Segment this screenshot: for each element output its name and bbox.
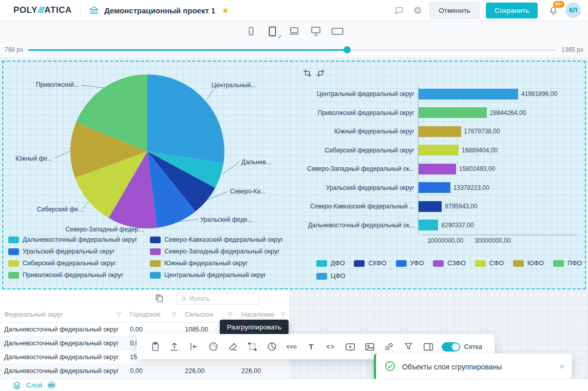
copy-icon[interactable] [154, 293, 166, 304]
layers-icon[interactable] [12, 381, 22, 390]
grid-toggle-group: Сетка [442, 342, 482, 351]
legend-item[interactable]: Дальневосточный федеральный округ [8, 236, 150, 243]
ungroup-icon[interactable] [246, 341, 259, 353]
search-input[interactable] [189, 295, 256, 302]
favorite-star-icon[interactable]: ★ [221, 5, 229, 16]
filter-funnel-icon[interactable] [280, 311, 286, 317]
chat-icon[interactable] [392, 4, 406, 17]
upload-icon[interactable] [168, 341, 181, 353]
save-button[interactable]: Сохранить [486, 3, 538, 18]
bar-row: Дальневосточный федеральный ок...8290337… [300, 216, 583, 235]
bar-row: Северо-Кавказский федеральный ...9795943… [300, 197, 583, 216]
gear-icon[interactable]: ⚙ [411, 4, 424, 17]
notification-badge: 99+ [553, 1, 564, 8]
column-header[interactable]: Городское [126, 307, 181, 322]
legend-item[interactable]: Приволжский федеральный округ [8, 271, 150, 279]
video-icon[interactable] [344, 341, 356, 353]
bar[interactable] [419, 89, 518, 100]
palette-icon[interactable] [207, 341, 220, 353]
legend-item[interactable]: Южный федеральный округ [150, 260, 283, 267]
device-widescreen-icon[interactable] [331, 25, 344, 38]
bar-row: Южный федеральный округ17879738,00 [300, 122, 583, 141]
canvas-selection[interactable]: Центральный... Дальнев... Северо-Ка... У… [2, 61, 586, 289]
column-header[interactable]: Федеральный округ [0, 307, 126, 322]
legend-item[interactable]: Северо-Кавказский федеральный округ [150, 236, 283, 243]
bell-icon[interactable]: 99+ [546, 3, 560, 17]
table-toolbar [0, 290, 290, 307]
pie-callout-label: Центральный... [212, 82, 256, 89]
top-bar: POLY///ATICA Демонстрационный проект 1 ★… [0, 0, 588, 21]
legend-swatch [150, 248, 161, 255]
width-slider[interactable] [28, 46, 556, 53]
cancel-button[interactable]: Отменить [429, 2, 480, 19]
legend-label: СФО [489, 260, 504, 267]
device-laptop-icon[interactable] [288, 25, 301, 38]
bar-row: Центральный федеральный округ41981896,00 [300, 85, 583, 104]
device-phone-icon[interactable] [244, 25, 258, 38]
legend-item[interactable]: Уральский федеральный округ [8, 248, 150, 255]
grid-toggle[interactable] [442, 342, 460, 351]
svg-icon[interactable]: SVG [286, 341, 298, 353]
table-row[interactable]: Дальневосточный федеральный округ0,00226… [0, 364, 290, 378]
legend-item[interactable]: УФО [396, 260, 424, 267]
bar[interactable] [419, 220, 438, 230]
bar-chart-widget[interactable]: Центральный федеральный округ41981896,00… [300, 85, 583, 245]
bar-value-label: 8290337,00 [441, 222, 473, 229]
bar[interactable] [419, 107, 487, 118]
column-header-label: Население [241, 311, 274, 318]
legend-item[interactable]: ЦФО [316, 272, 345, 280]
paste-icon[interactable] [149, 341, 161, 353]
project-bank-icon [89, 5, 99, 15]
filter-icon[interactable] [403, 341, 415, 353]
bar[interactable] [419, 145, 459, 155]
legend-item[interactable]: СЗФО [433, 260, 466, 267]
bar-category-label: Южный федеральный округ [300, 128, 418, 135]
layout-icon[interactable] [422, 341, 434, 353]
legend-label: СЗФО [447, 260, 466, 267]
column-header-label: Городское [130, 311, 161, 318]
legend-item[interactable]: ЮФО [513, 260, 544, 267]
bar-category-label: Северо-Западный федеральный ок... [300, 165, 418, 172]
toast-close-icon[interactable]: × [559, 362, 564, 371]
bar-row: Сибирский федеральный округ16889404,00 [300, 141, 583, 160]
app-window: POLY///ATICA Демонстрационный проект 1 ★… [0, 0, 588, 391]
text-icon[interactable]: T [305, 341, 317, 353]
layer-label[interactable]: Слой [26, 381, 43, 389]
bar-category-label: Сибирский федеральный округ [300, 147, 418, 154]
device-monitor-icon[interactable] [309, 25, 323, 38]
pie-callout-label: Приволжский... [36, 81, 79, 88]
time-chart-icon[interactable] [266, 341, 278, 353]
legend-swatch [433, 260, 444, 267]
filter-funnel-icon[interactable] [116, 311, 122, 317]
legend-item[interactable]: ПФО [553, 260, 582, 267]
collapse-left-icon[interactable] [188, 341, 200, 353]
legend-swatch [8, 260, 19, 267]
eraser-icon[interactable] [227, 341, 239, 353]
legend-item[interactable]: Северо-Западный федеральный округ [150, 248, 283, 255]
bar[interactable] [419, 201, 442, 212]
crop-alt-icon[interactable] [316, 69, 326, 78]
filter-funnel-icon[interactable] [227, 311, 233, 317]
avatar[interactable]: КЛ [565, 3, 581, 18]
legend-item[interactable]: СКФО [354, 260, 386, 267]
image-icon[interactable] [364, 341, 376, 353]
code-icon[interactable]: <> [325, 341, 337, 353]
bar[interactable] [419, 164, 456, 174]
filter-funnel-icon[interactable] [171, 311, 177, 317]
legend-item[interactable]: ДФО [316, 260, 345, 267]
crop-icon[interactable] [303, 69, 312, 78]
legend-label: ПФО [567, 260, 582, 267]
link-icon[interactable] [383, 341, 395, 353]
slider-handle[interactable] [344, 46, 351, 53]
column-header-label: Федеральный округ [4, 311, 63, 318]
bar[interactable] [419, 182, 450, 193]
legend-item[interactable]: СФО [475, 260, 504, 267]
bar[interactable] [419, 126, 461, 137]
device-tablet-icon[interactable]: ✓ [266, 25, 279, 38]
legend-swatch [553, 260, 564, 267]
legend-swatch [150, 237, 161, 243]
legend-item[interactable]: Центральный федеральный округ [150, 271, 283, 279]
bar-category-label: Дальневосточный федеральный ок... [300, 222, 418, 229]
table-cell: Дальневосточный федеральный округ [0, 364, 126, 378]
legend-item[interactable]: Сибирский федеральный округ [8, 260, 150, 267]
